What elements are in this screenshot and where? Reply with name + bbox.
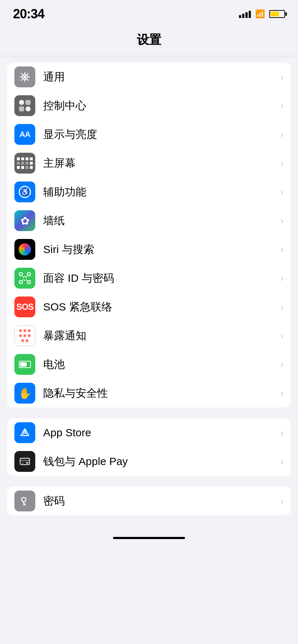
settings-row-sos[interactable]: SOS SOS 紧急联络 › (7, 293, 291, 321)
privacy-icon: ✋ (14, 383, 35, 404)
svg-point-6 (23, 276, 24, 278)
privacy-label: 隐私与安全性 (43, 386, 277, 401)
settings-row-siri[interactable]: Siri 与搜索 › (7, 235, 291, 264)
homescreen-label: 主屏幕 (43, 156, 277, 171)
display-chevron: › (280, 129, 284, 140)
display-label: 显示与亮度 (43, 127, 277, 142)
settings-row-accessibility[interactable]: ♿ 辅助功能 › (7, 178, 291, 206)
faceid-label: 面容 ID 与密码 (43, 271, 277, 286)
svg-point-15 (22, 497, 26, 502)
scroll-fade (0, 55, 298, 59)
faceid-chevron: › (280, 273, 284, 284)
svg-rect-4 (19, 281, 22, 284)
battery-label: 电池 (43, 357, 277, 372)
settings-row-battery[interactable]: 电池 › (7, 350, 291, 379)
settings-row-exposure[interactable]: 暴露通知 › (7, 321, 291, 350)
accessibility-chevron: › (280, 187, 284, 198)
settings-row-passwords[interactable]: 密码 › (7, 487, 291, 515)
homescreen-chevron: › (280, 158, 284, 169)
battery-icon (14, 354, 35, 375)
sos-icon: SOS (14, 296, 35, 317)
aa-text: AA (19, 130, 30, 139)
wallpaper-flower-icon: ✿ (21, 215, 30, 227)
appstore-label: App Store (43, 427, 277, 439)
appstore-icon: A (14, 422, 35, 443)
signal-icon (239, 10, 251, 18)
battery-chevron: › (280, 359, 284, 370)
svg-point-7 (26, 276, 27, 278)
privacy-chevron: › (280, 388, 284, 399)
general-chevron: › (280, 72, 284, 83)
svg-rect-3 (27, 273, 30, 276)
settings-row-wallet[interactable]: 钱包与 Apple Pay › (7, 447, 291, 476)
settings-section-1: 通用 › 控制中心 › AA 显示与亮度 › (7, 63, 291, 408)
svg-point-0 (23, 75, 26, 78)
accessibility-label: 辅助功能 (43, 185, 277, 199)
settings-row-privacy[interactable]: ✋ 隐私与安全性 › (7, 379, 291, 408)
wallpaper-label: 墙纸 (43, 213, 277, 228)
exposure-dots-visual (18, 329, 32, 342)
battery-small-visual (19, 361, 31, 368)
status-bar: 20:34 📶 (0, 0, 298, 25)
control-chevron: › (280, 100, 284, 111)
status-icons: 📶 (239, 9, 285, 19)
passwords-chevron: › (280, 496, 284, 507)
siri-chevron: › (280, 244, 284, 255)
passwords-label: 密码 (43, 494, 277, 509)
siri-gradient-circle (19, 243, 31, 256)
home-indicator (113, 537, 185, 539)
sos-label: SOS 紧急联络 (43, 300, 277, 314)
svg-rect-5 (27, 281, 30, 284)
settings-row-homescreen[interactable]: 主屏幕 › (7, 149, 291, 178)
passwords-icon (14, 491, 35, 511)
exposure-label: 暴露通知 (43, 328, 277, 343)
exposure-icon (14, 325, 35, 346)
siri-label: Siri 与搜索 (43, 242, 277, 257)
wifi-icon: 📶 (255, 9, 265, 19)
appstore-chevron: › (280, 427, 284, 438)
wallpaper-chevron: › (280, 215, 284, 226)
wallet-chevron: › (280, 456, 284, 467)
exposure-chevron: › (280, 330, 284, 341)
accessibility-icon: ♿ (14, 181, 35, 202)
display-icon: AA (14, 124, 35, 145)
svg-rect-2 (19, 273, 22, 276)
sos-text: SOS (16, 302, 33, 312)
wallpaper-icon: ✿ (14, 210, 35, 231)
battery-status-icon (269, 10, 285, 18)
settings-row-display[interactable]: AA 显示与亮度 › (7, 120, 291, 149)
faceid-icon (14, 268, 35, 289)
settings-row-wallpaper[interactable]: ✿ 墙纸 › (7, 206, 291, 235)
privacy-hand-icon: ✋ (18, 387, 32, 400)
general-label: 通用 (43, 70, 277, 84)
home-indicator-container (0, 526, 298, 546)
svg-rect-12 (20, 460, 30, 461)
status-time: 20:34 (13, 6, 44, 22)
settings-row-general[interactable]: 通用 › (7, 63, 291, 91)
svg-text:A: A (23, 429, 27, 436)
settings-row-faceid[interactable]: 面容 ID 与密码 › (7, 264, 291, 293)
homescreen-icon (14, 153, 35, 174)
general-icon (14, 66, 35, 87)
wallet-label: 钱包与 Apple Pay (43, 454, 277, 469)
control-icon (14, 95, 35, 116)
control-label: 控制中心 (43, 98, 277, 113)
page-title: 设置 (0, 25, 298, 55)
siri-icon (14, 239, 35, 260)
settings-row-appstore[interactable]: A App Store › (7, 418, 291, 447)
wallet-icon (14, 451, 35, 472)
settings-section-2: A App Store › 钱包与 Apple Pay › (7, 418, 291, 476)
svg-rect-13 (26, 462, 28, 464)
sos-chevron: › (280, 302, 284, 313)
settings-section-3: 密码 › (7, 487, 291, 515)
settings-row-control[interactable]: 控制中心 › (7, 91, 291, 120)
